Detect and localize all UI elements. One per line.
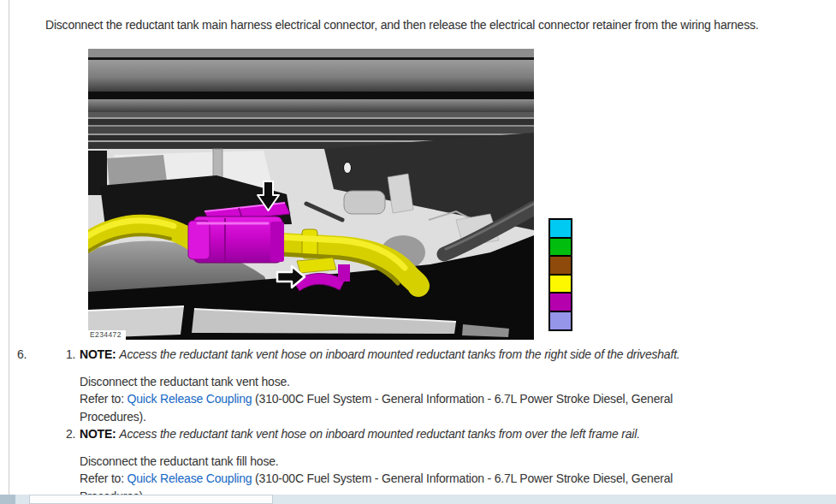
step-item-6: 6. 1. NOTE: Access the reductant tank ve… — [17, 346, 813, 504]
legend-swatch-cyan — [550, 220, 571, 237]
substep-2: 2. NOTE: Access the reductant tank vent … — [66, 425, 813, 504]
horizontal-scrollbar[interactable] — [0, 495, 836, 504]
figure-illustration — [88, 49, 534, 340]
note-label: NOTE: — [80, 427, 116, 441]
truck-frame-bands — [88, 49, 534, 149]
quick-release-coupling-link[interactable]: Quick Release Coupling — [127, 471, 252, 485]
substep-1-refer-line: Refer to: Quick Release Coupling (310-00… — [80, 390, 730, 425]
scrollbar-thumb[interactable] — [29, 495, 273, 504]
figure-id-label: E234472 — [88, 330, 126, 340]
legend-swatch-green — [550, 237, 571, 256]
substep-2-instruction: Disconnect the reductant tank fill hose. — [80, 453, 730, 471]
procedure-steps: 6. 1. NOTE: Access the reductant tank ve… — [17, 346, 813, 504]
legend-swatch-magenta — [550, 292, 571, 311]
refer-prefix: Refer to: — [80, 392, 127, 406]
legend-swatch-yellow — [550, 274, 571, 293]
page-left-divider — [9, 0, 9, 504]
substep-1-instruction: Disconnect the reductant tank vent hose. — [80, 373, 730, 391]
note-text: Access the reductant tank vent hose on i… — [119, 427, 640, 441]
substep-2-note: NOTE: Access the reductant tank vent hos… — [80, 425, 730, 443]
intro-paragraph: Disconnect the reductant tank main harne… — [45, 16, 758, 34]
scrollbar-corner — [0, 495, 15, 504]
substep-1-note: NOTE: Access the reductant tank vent hos… — [80, 346, 730, 364]
legend-swatch-periwinkle — [550, 311, 571, 329]
note-text: Access the reductant tank vent hose on i… — [119, 347, 679, 361]
procedure-figure: E234472 — [88, 49, 534, 340]
color-legend — [548, 218, 572, 331]
substep-1-number: 1. — [66, 346, 80, 425]
note-label: NOTE: — [80, 347, 116, 361]
quick-release-coupling-link[interactable]: Quick Release Coupling — [127, 392, 252, 406]
refer-prefix: Refer to: — [80, 471, 127, 485]
substep-2-number: 2. — [66, 425, 80, 504]
legend-swatch-brown — [550, 255, 571, 274]
substep-1: 1. NOTE: Access the reductant tank vent … — [66, 346, 813, 425]
step-number: 6. — [17, 346, 66, 504]
